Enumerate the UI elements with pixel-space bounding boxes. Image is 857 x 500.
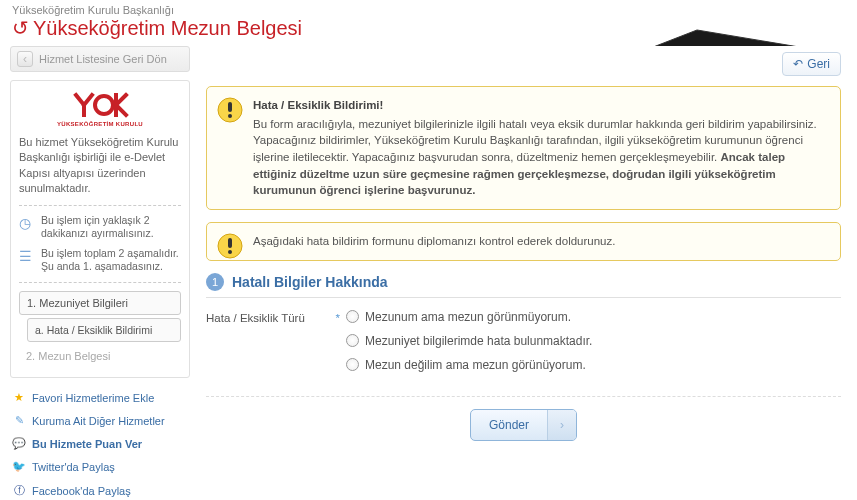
radio-icon bbox=[346, 334, 359, 347]
facebook-icon: ⓕ bbox=[12, 483, 26, 498]
link-other-services[interactable]: ✎ Kuruma Ait Diğer Hizmetler bbox=[10, 409, 190, 432]
info-notice: Hata / Eksiklik Bildirimi! Bu form aracı… bbox=[206, 86, 841, 210]
link-share-twitter[interactable]: 🐦 Twitter'da Paylaş bbox=[10, 455, 190, 478]
refresh-icon: ↺ bbox=[12, 16, 29, 40]
list-icon: ☰ bbox=[19, 247, 35, 274]
nav-graduation-info[interactable]: 1. Mezuniyet Bilgileri bbox=[19, 291, 181, 315]
link-rate-service[interactable]: 💬 Bu Hizmete Puan Ver bbox=[10, 432, 190, 455]
back-label: Hizmet Listesine Geri Dön bbox=[39, 53, 167, 65]
link-share-facebook[interactable]: ⓕ Facebook'da Paylaş bbox=[10, 478, 190, 500]
svg-point-10 bbox=[228, 250, 232, 254]
link-add-favorite[interactable]: ★ Favori Hizmetlerime Ekle bbox=[10, 386, 190, 409]
opt-not-graduate-shown[interactable]: Mezun değilim ama mezun görünüyorum. bbox=[346, 358, 841, 372]
svg-point-4 bbox=[95, 96, 113, 114]
notice-title: Hata / Eksiklik Bildirimi! bbox=[253, 97, 828, 114]
notice-body: Bu form aracılığıyla, mezuniyet bilgiler… bbox=[253, 116, 828, 199]
opt-graduate-not-shown[interactable]: Mezunum ama mezun görünmüyorum. bbox=[346, 310, 841, 324]
svg-rect-9 bbox=[228, 238, 232, 248]
nav-error-report[interactable]: a. Hata / Eksiklik Bildirimi bbox=[27, 318, 181, 342]
chevron-right-icon: › bbox=[548, 410, 576, 440]
form-instruction-notice: Aşağıdaki hata bildirim formunu diploman… bbox=[206, 222, 841, 261]
step-number: 1 bbox=[206, 273, 224, 291]
service-description: Bu hizmet Yükseköğretim Kurulu Başkanlığ… bbox=[19, 135, 181, 197]
share-icon: ✎ bbox=[12, 414, 26, 427]
undo-icon: ↶ bbox=[793, 57, 803, 71]
clock-icon: ◷ bbox=[19, 214, 35, 241]
steps-info: Bu işlem toplam 2 aşamalıdır. Şu anda 1.… bbox=[41, 247, 181, 274]
warning-icon bbox=[217, 97, 243, 123]
back-to-services-button[interactable]: ‹ Hizmet Listesine Geri Dön bbox=[10, 46, 190, 72]
svg-rect-6 bbox=[228, 102, 232, 112]
chevron-left-icon: ‹ bbox=[17, 51, 33, 67]
opt-graduation-info-error[interactable]: Mezuniyet bilgilerimde hata bulunmaktadı… bbox=[346, 334, 841, 348]
step-title: Hatalı Bilgiler Hakkında bbox=[232, 274, 388, 290]
chat-icon: 💬 bbox=[12, 437, 26, 450]
required-star-icon: * bbox=[336, 312, 340, 324]
nav-graduate-cert: 2. Mezun Belgesi bbox=[19, 345, 181, 367]
radio-icon bbox=[346, 310, 359, 323]
time-info: Bu işlem için yaklaşık 2 dakikanızı ayır… bbox=[41, 214, 181, 241]
back-button[interactable]: ↶ Geri bbox=[782, 52, 841, 76]
svg-point-7 bbox=[228, 114, 232, 118]
warning-icon bbox=[217, 233, 243, 259]
org-name: Yükseköğretim Kurulu Başkanlığı bbox=[12, 4, 857, 16]
submit-button[interactable]: Gönder › bbox=[470, 409, 577, 441]
twitter-icon: 🐦 bbox=[12, 460, 26, 473]
error-type-label: Hata / Eksiklik Türü * bbox=[206, 310, 346, 382]
yok-logo: YÜKSEKÖĞRETİM KURULU bbox=[19, 91, 181, 127]
radio-icon bbox=[346, 358, 359, 371]
page-title: Yükseköğretim Mezun Belgesi bbox=[33, 17, 302, 40]
star-icon: ★ bbox=[12, 391, 26, 404]
